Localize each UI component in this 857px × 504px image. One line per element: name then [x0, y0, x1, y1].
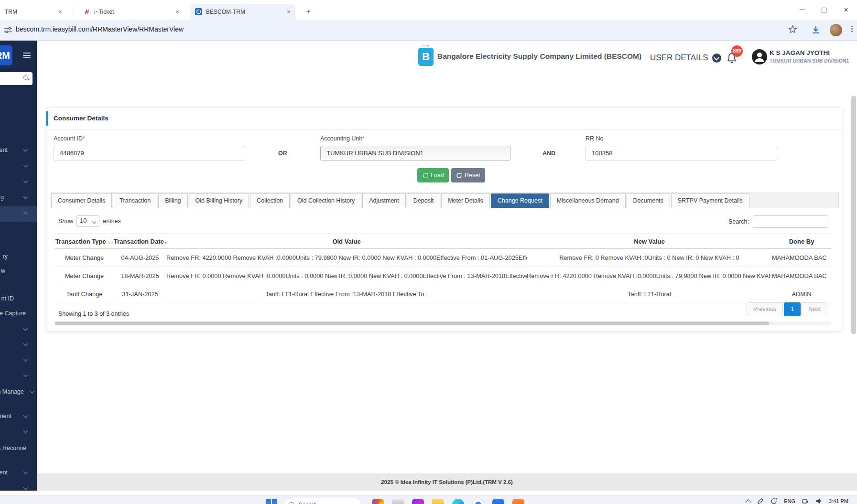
sidebar-item[interactable]: nent — [0, 409, 37, 423]
sidebar-search-input[interactable] — [0, 72, 33, 85]
sidebar-item[interactable] — [0, 175, 37, 188]
col-done-by[interactable]: Done By — [772, 234, 831, 249]
close-tab-icon[interactable]: × — [174, 8, 181, 16]
tray-sync-icon[interactable] — [770, 498, 777, 504]
entries-select[interactable]: 10 — [76, 215, 99, 227]
sidebar-subitem[interactable]: e Capture — [0, 307, 37, 320]
search-input[interactable] — [753, 215, 828, 228]
browser-profile-avatar[interactable] — [830, 24, 842, 36]
taskbar-briefcase-icon[interactable] — [492, 499, 504, 504]
taskbar-edge-icon[interactable] — [452, 499, 464, 504]
accounting-unit-input[interactable]: TUMKUR URBAN SUB DIVISION1 — [320, 146, 510, 161]
sidebar-item[interactable]: ent — [0, 143, 37, 157]
sidebar-item[interactable] — [0, 159, 37, 172]
previous-page-button[interactable]: Previous — [747, 302, 783, 316]
taskbar-search[interactable]: Search — [283, 498, 362, 504]
clock[interactable]: 3:41 PM — [829, 498, 848, 504]
sidebar-item[interactable] — [0, 369, 37, 382]
cell-done-by: ADMIN — [772, 285, 831, 303]
tab-change-request[interactable]: Change Request — [491, 193, 549, 208]
tray-expand-icon[interactable] — [745, 499, 751, 504]
chevron-down-icon — [23, 373, 28, 377]
close-window-button[interactable]: × — [835, 0, 857, 20]
close-tab-icon[interactable]: × — [285, 8, 293, 16]
col-old-value[interactable]: Old Value — [166, 234, 527, 249]
tab-transaction[interactable]: Transaction — [113, 193, 157, 208]
table-row[interactable]: Meter Change 18-MAR-2025 Remove FR: 0.00… — [55, 267, 831, 285]
scrollbar-thumb[interactable] — [55, 322, 769, 325]
maximize-window-button[interactable] — [813, 0, 835, 20]
tab-deposit[interactable]: Deposit — [407, 193, 440, 208]
user-avatar[interactable] — [752, 49, 767, 64]
sidebar-item-active[interactable] — [0, 206, 37, 222]
rr-no-input[interactable]: 100358 — [586, 146, 777, 161]
sidebar-item[interactable] — [0, 322, 37, 336]
sidebar-subitem[interactable]: ry — [0, 250, 37, 263]
start-button[interactable] — [265, 499, 278, 504]
table-row[interactable]: Tariff Change 31-JAN-2025 Tariff: LT1-Ru… — [55, 285, 831, 303]
tab-consumer-details[interactable]: Consumer Details — [51, 193, 112, 208]
cell-old-value: Remove FR: 4220.0000 Remove KVAH :0.0000… — [166, 249, 527, 267]
col-transaction-type[interactable]: Transaction Type ▲▼ — [55, 234, 114, 249]
taskbar-app-icon[interactable] — [412, 499, 424, 504]
horizontal-scrollbar[interactable] — [55, 322, 831, 325]
taskbar-app-icon[interactable] — [392, 499, 404, 504]
tab-srtpv-payment-details[interactable]: SRTPV Payment Details — [671, 193, 749, 208]
vertical-scrollbar[interactable] — [851, 69, 856, 490]
account-id-input[interactable]: 4486079 — [54, 146, 245, 161]
tab-billing[interactable]: Billing — [158, 193, 187, 208]
volume-icon[interactable] — [815, 498, 822, 504]
taskbar-app-icon[interactable] — [512, 499, 524, 504]
tab-adjustment[interactable]: Adjustment — [362, 193, 406, 208]
reset-button-label: Reset — [465, 172, 480, 179]
main-content: Consumer Details Account ID* 4486079 OR … — [37, 71, 857, 473]
tab-old-billing-history[interactable]: Old Billing History — [189, 193, 250, 208]
new-tab-button[interactable]: + — [303, 6, 314, 17]
url-address[interactable]: bescom.trm.ieasybill.com/RRMasterView/RR… — [16, 25, 184, 33]
page-1-button[interactable]: 1 — [784, 302, 801, 316]
scrollbar-thumb[interactable] — [851, 96, 856, 334]
tab-meter-details[interactable]: Meter Details — [441, 193, 490, 208]
tab-miscellaneous-demand[interactable]: Miscellaneous Demand — [550, 193, 626, 208]
hamburger-menu-icon[interactable] — [23, 51, 31, 60]
sidebar-item[interactable]: g — [0, 191, 37, 204]
table-row[interactable]: Meter Change 04-AUG-2025 Remove FR: 4220… — [55, 249, 831, 267]
sidebar-item[interactable] — [0, 353, 37, 366]
col-transaction-date[interactable]: Transaction Date▼ — [114, 234, 166, 249]
sidebar-subitem[interactable]: nt ID — [0, 292, 37, 305]
browser-tab-bescom-trm[interactable]: BESCOM-TRM × — [190, 4, 295, 20]
taskbar-app-icon[interactable] — [372, 499, 384, 504]
language-indicator[interactable]: ENG — [784, 498, 795, 504]
sidebar-item[interactable]: n Manage — [0, 385, 37, 398]
sidebar-item[interactable]: ent — [0, 466, 37, 479]
bookmark-star-icon[interactable] — [788, 24, 798, 34]
col-new-value[interactable]: New Value — [527, 234, 772, 249]
taskbar-chrome-icon[interactable] — [472, 499, 484, 504]
tab-documents[interactable]: Documents — [627, 193, 670, 208]
tab-collection[interactable]: Collection — [250, 193, 290, 208]
site-settings-icon[interactable] — [4, 26, 12, 34]
reset-button[interactable]: Reset — [451, 168, 485, 182]
browser-menu-icon[interactable] — [849, 25, 855, 33]
taskbar-folder-icon[interactable] — [432, 499, 444, 504]
search-icon — [289, 502, 295, 504]
sidebar-item[interactable] — [0, 425, 37, 438]
user-details-menu[interactable]: USER DETAILS — [650, 53, 721, 63]
sidebar-item[interactable] — [0, 482, 37, 491]
load-button[interactable]: Load — [417, 168, 449, 182]
tray-pen-icon[interactable] — [757, 498, 764, 504]
sidebar-item-label: & Reconne — [0, 445, 26, 451]
download-icon[interactable] — [811, 24, 821, 35]
minimize-window-button[interactable] — [791, 0, 813, 20]
tab-old-collection-history[interactable]: Old Collection History — [291, 193, 361, 208]
browser-tab-trm[interactable]: TRM × — [0, 4, 67, 20]
network-icon[interactable] — [802, 498, 809, 504]
sidebar-subitem[interactable]: & Reconne — [0, 441, 37, 455]
sidebar-item[interactable] — [0, 338, 37, 351]
sidebar-subitem[interactable]: w — [0, 264, 37, 278]
chevron-down-icon — [23, 485, 28, 490]
browser-tab-iticket[interactable]: i~Ticket × — [79, 4, 184, 20]
notifications-bell[interactable]: 899 — [727, 52, 737, 65]
close-tab-icon[interactable]: × — [56, 8, 64, 16]
next-page-button[interactable]: Next — [802, 302, 827, 316]
